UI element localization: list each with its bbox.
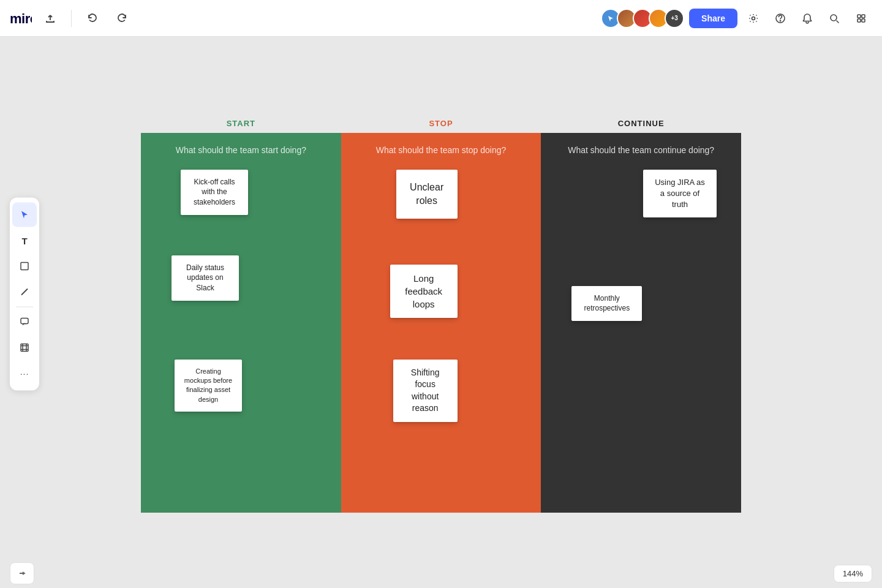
sticky-jira[interactable]: Using JIRA as a source of truth [643, 170, 717, 218]
collapse-button[interactable] [10, 562, 34, 584]
sticky-shifting[interactable]: Shifting focus without reason [393, 360, 458, 422]
zoom-level[interactable]: 144% [834, 565, 872, 582]
header-divider [71, 10, 72, 27]
continue-column: What should the team continue doing? Usi… [541, 133, 741, 513]
start-column: What should the team start doing? Kick-o… [141, 133, 341, 513]
help-button[interactable] [769, 7, 791, 29]
sticky-unclear[interactable]: Unclear roles [396, 170, 458, 219]
svg-rect-9 [21, 263, 28, 270]
board-wrapper: START STOP CONTINUE What should the team… [141, 113, 741, 513]
svg-point-4 [831, 15, 837, 21]
frame-tool[interactable] [12, 336, 37, 360]
column-headers: START STOP CONTINUE [141, 113, 741, 133]
stop-column: What should the team stop doing? Unclear… [341, 133, 541, 513]
continue-subtitle: What should the team continue doing? [551, 145, 731, 155]
stop-subtitle: What should the team stop doing? [351, 145, 532, 155]
upload-button[interactable] [39, 7, 61, 29]
sticky-tool[interactable] [12, 254, 37, 279]
svg-rect-12 [21, 344, 28, 352]
svg-rect-7 [858, 19, 861, 22]
toolbar-divider [16, 307, 33, 307]
search-button[interactable] [823, 7, 845, 29]
undo-button[interactable] [81, 7, 104, 29]
avatar-group: +3 [601, 9, 684, 28]
continue-column-header: CONTINUE [541, 113, 741, 133]
sticky-monthly[interactable]: Monthly retrospectives [571, 286, 642, 322]
start-subtitle: What should the team start doing? [151, 145, 331, 155]
svg-rect-6 [862, 15, 865, 18]
share-button[interactable]: Share [689, 9, 737, 28]
miro-logo: miro [10, 11, 32, 26]
sticky-daily[interactable]: Daily status updates on Slack [172, 255, 239, 301]
start-column-header: START [141, 113, 341, 133]
svg-rect-5 [858, 15, 861, 18]
bottom-bar: 144% [0, 559, 882, 588]
stop-column-header: STOP [341, 113, 541, 133]
cursor-tool[interactable] [12, 203, 37, 227]
svg-text:miro: miro [10, 11, 32, 26]
header-right: +3 Share [601, 7, 872, 29]
notifications-button[interactable] [796, 7, 818, 29]
settings-button[interactable] [742, 7, 764, 29]
comment-tool[interactable] [12, 310, 37, 334]
sticky-feedback[interactable]: Long feedback loops [390, 265, 458, 318]
svg-rect-11 [21, 318, 28, 324]
svg-point-1 [752, 17, 755, 20]
more-tools[interactable]: ··· [12, 361, 37, 386]
svg-point-3 [780, 20, 780, 21]
redo-button[interactable] [111, 7, 133, 29]
header: miro [0, 0, 882, 37]
sticky-mockup[interactable]: Creating mockups before finalizing asset… [175, 360, 242, 412]
text-tool[interactable]: T [12, 228, 37, 253]
canvas: START STOP CONTINUE What should the team… [0, 37, 882, 588]
svg-line-10 [21, 289, 28, 295]
header-left: miro [10, 7, 133, 29]
sticky-kickoff[interactable]: Kick-off calls with the stakeholders [181, 170, 248, 215]
left-toolbar: T ··· [10, 198, 39, 391]
svg-rect-8 [862, 19, 865, 22]
menu-button[interactable] [850, 7, 872, 29]
extra-users-count: +3 [665, 9, 684, 28]
line-tool[interactable] [12, 280, 37, 304]
columns: What should the team start doing? Kick-o… [141, 133, 741, 513]
